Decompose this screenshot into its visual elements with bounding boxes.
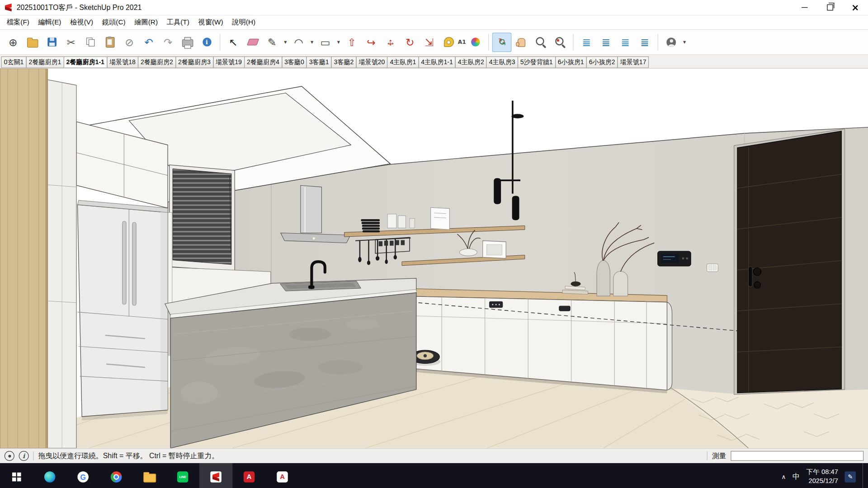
text-label-icon[interactable]: A1	[458, 33, 466, 52]
move-icon[interactable]	[381, 33, 400, 52]
select-icon[interactable]: ↖	[224, 33, 243, 52]
scene-tab-4主臥房3[interactable]: 4主臥房3	[486, 56, 518, 68]
zoom-icon[interactable]	[531, 33, 550, 52]
scene-tab-2餐廳廚房1-1[interactable]: 2餐廳廚房1-1	[63, 56, 107, 68]
refrigerator	[77, 200, 168, 420]
pan-hand-icon[interactable]	[511, 33, 531, 52]
user-account-icon[interactable]	[661, 33, 681, 52]
scene-tab-3客廳2[interactable]: 3客廳2	[331, 56, 356, 68]
chevron-down-icon[interactable]: ▾	[308, 33, 316, 52]
scene-tab-2餐廳廚房3[interactable]: 2餐廳廚房3	[175, 56, 213, 68]
scene-tab-3客廳1[interactable]: 3客廳1	[307, 56, 332, 68]
arc-icon[interactable]: ◠	[289, 33, 308, 52]
menu-item-2[interactable]: 編輯(E)	[34, 16, 66, 29]
acrobat-reader-icon[interactable]	[266, 463, 299, 488]
scene-tab-2餐廳廚房4[interactable]: 2餐廳廚房4	[244, 56, 282, 68]
tape-measure-icon[interactable]	[439, 33, 458, 52]
taskbar-clock[interactable]: 下午 08:47 2025/12/7	[807, 468, 838, 485]
redo-icon[interactable]: ↷	[158, 33, 178, 52]
show-desktop-button[interactable]	[863, 463, 866, 488]
redo-icon: ↷	[164, 37, 172, 47]
undo-icon[interactable]: ↶	[139, 33, 158, 52]
file-explorer-icon[interactable]	[133, 463, 166, 488]
close-button[interactable]	[843, 0, 868, 15]
geolocation-icon[interactable]	[5, 451, 14, 461]
mirror-planes-icon[interactable]: ≣	[596, 33, 616, 52]
scene-tab-場景號19[interactable]: 場景號19	[213, 56, 245, 68]
open-folder-icon	[27, 39, 38, 47]
followme-icon[interactable]: ↪	[362, 33, 381, 52]
open-folder-icon[interactable]	[23, 33, 42, 52]
scene-tab-4主臥房1[interactable]: 4主臥房1	[387, 56, 419, 68]
pencil-line-icon[interactable]: ✎	[262, 33, 282, 52]
scene-tab-5沙發背牆1[interactable]: 5沙發背牆1	[518, 56, 556, 68]
print-icon[interactable]	[178, 33, 197, 52]
start-button[interactable]	[0, 463, 33, 488]
scene-tab-場景號18[interactable]: 場景號18	[107, 56, 138, 68]
scene-tab-場景號20[interactable]: 場景號20	[356, 56, 387, 68]
google-icon[interactable]	[66, 463, 99, 488]
restore-button[interactable]	[817, 0, 842, 15]
minimize-icon	[801, 7, 807, 8]
sketchup-app-icon[interactable]	[199, 463, 232, 488]
paint-bucket-icon[interactable]	[466, 33, 485, 52]
minimize-button[interactable]	[792, 0, 817, 15]
tray-chevron-icon[interactable]: ∧	[781, 474, 786, 481]
menu-item-6[interactable]: 工具(T)	[162, 16, 194, 29]
plate-stack	[361, 219, 380, 232]
toolbar-separator	[220, 34, 220, 51]
erase-icon: ⊘	[125, 37, 133, 47]
orbit-icon[interactable]	[492, 33, 512, 52]
scene-tab-6小孩房2[interactable]: 6小孩房2	[586, 56, 618, 68]
scene-tab-場景號17[interactable]: 場景號17	[617, 56, 649, 68]
paste-icon[interactable]	[100, 33, 120, 52]
rotate-icon[interactable]: ↻	[400, 33, 420, 52]
scene-tab-4主臥房1-1[interactable]: 4主臥房1-1	[418, 56, 456, 68]
viewport-3d[interactable]	[0, 69, 868, 448]
sketchup-window: 20251001TO客戶 - SketchUp Pro 2021 檔案(F)編輯…	[0, 0, 868, 488]
measurement-input[interactable]	[731, 451, 863, 461]
model-info-icon[interactable]	[197, 33, 217, 52]
zoom-extents-icon	[555, 37, 563, 45]
ime-indicator[interactable]: 中	[793, 472, 800, 482]
menu-item-4[interactable]: 鏡頭(C)	[98, 16, 130, 29]
menu-item-1[interactable]: 檔案(F)	[2, 16, 34, 29]
menu-item-7[interactable]: 視窗(W)	[194, 16, 228, 29]
scene-tab-6小孩房1[interactable]: 6小孩房1	[555, 56, 587, 68]
save-icon[interactable]	[42, 33, 61, 52]
chevron-down-icon[interactable]: ▾	[282, 33, 289, 52]
flip-planes-icon[interactable]: ≣	[635, 33, 654, 52]
pushpull-icon[interactable]: ⇧	[342, 33, 362, 52]
chevron-down-icon[interactable]: ▾	[681, 33, 688, 52]
model-viewport[interactable]	[0, 69, 868, 448]
copy-icon[interactable]	[81, 33, 100, 52]
touch-keyboard-icon[interactable]	[845, 471, 856, 482]
scene-tab-3客廳0[interactable]: 3客廳0	[282, 56, 307, 68]
model-info-icon	[203, 38, 212, 47]
menu-item-8[interactable]: 說明(H)	[227, 16, 259, 29]
scene-tab-2餐廳廚房2[interactable]: 2餐廳廚房2	[138, 56, 176, 68]
zoom-extents-icon[interactable]	[550, 33, 570, 52]
scene-tab-4主臥房2[interactable]: 4主臥房2	[455, 56, 487, 68]
scale-icon[interactable]: ⇲	[420, 33, 439, 52]
erase-icon[interactable]: ⊘	[119, 33, 139, 52]
new-icon[interactable]: ⊕	[3, 33, 23, 52]
menu-item-5[interactable]: 繪圖(R)	[130, 16, 162, 29]
undo-icon: ↶	[144, 37, 153, 47]
eraser-icon[interactable]	[243, 33, 263, 52]
chrome-icon[interactable]	[99, 463, 132, 488]
scene-tab-2餐廳廚房1[interactable]: 2餐廳廚房1	[26, 56, 64, 68]
layer-stack-icon[interactable]: ≣	[616, 33, 635, 52]
cut-icon[interactable]: ✂	[61, 33, 81, 52]
edge-icon[interactable]	[33, 463, 66, 488]
sketchup-logo-icon	[5, 3, 13, 11]
section-planes-icon[interactable]: ≣	[577, 33, 596, 52]
line-app-icon[interactable]	[166, 463, 199, 488]
scene-tab-0玄關1[interactable]: 0玄關1	[1, 56, 26, 68]
rotate-icon: ↻	[406, 37, 414, 47]
credits-icon[interactable]	[19, 451, 29, 461]
menu-item-3[interactable]: 檢視(V)	[66, 16, 98, 29]
chevron-down-icon[interactable]: ▾	[335, 33, 342, 52]
shapes-rectangle-icon[interactable]: ▭	[316, 33, 335, 52]
acrobat-icon[interactable]	[232, 463, 265, 488]
